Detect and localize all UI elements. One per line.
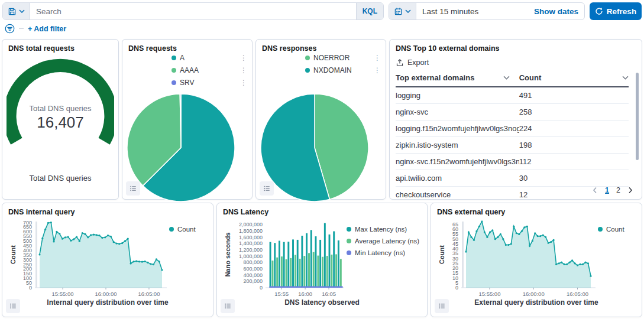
filter-icon[interactable] (5, 24, 15, 34)
svg-text:200,000: 200,000 (243, 278, 263, 284)
panel-dns-responses: DNS responses NOERROR⋮NXDOMAIN⋮ (255, 39, 386, 200)
legend-label: AAAA (180, 66, 237, 74)
previous-page-icon[interactable] (592, 187, 598, 194)
svg-text:Total DNS queries: Total DNS queries (30, 104, 92, 113)
legend-item-aaaa[interactable]: AAAA⋮ (171, 66, 247, 74)
responses-pie-chart[interactable] (260, 93, 370, 203)
svg-text:400,000: 400,000 (243, 272, 263, 278)
legend-toggle-button[interactable] (260, 181, 274, 196)
column-header-count[interactable]: Count (519, 73, 629, 82)
legend-item-srv[interactable]: SRV⋮ (171, 79, 247, 87)
panel-dns-top-external-domains: DNS Top 10 external domains Export Top e… (389, 39, 642, 200)
cell-count: 30 (519, 174, 629, 183)
legend-toggle-button[interactable] (6, 299, 20, 313)
legend-item-count[interactable]: Count (169, 226, 207, 233)
saved-query-menu-button[interactable] (3, 3, 30, 19)
time-range-value[interactable]: Last 15 minutes (416, 3, 528, 19)
panel-title: DNS internal query (8, 208, 207, 216)
svg-text:1,000,000: 1,000,000 (239, 253, 263, 259)
cell-domain: logging.f15n2womfujehfjlwv0lgs3nog.... (396, 124, 519, 133)
show-dates-button[interactable]: Show dates (528, 3, 584, 19)
cell-domain: checkoutservice (396, 190, 519, 199)
table-scrollbar[interactable] (636, 73, 639, 160)
legend-toggle-button[interactable] (221, 299, 235, 313)
legend-label: SRV (180, 79, 237, 87)
svg-text:15:55:00: 15:55:00 (52, 291, 74, 297)
filter-separator (19, 28, 24, 29)
table-header-row: Top external domains Count (396, 69, 629, 87)
legend-menu-icon[interactable]: ⋮ (240, 79, 247, 86)
svg-text:1,800,000: 1,800,000 (239, 228, 263, 234)
legend-menu-icon[interactable]: ⋮ (240, 67, 247, 74)
svg-text:1,200,000: 1,200,000 (239, 247, 263, 253)
legend-item-max-latency-ns-[interactable]: Max Latency (ns) (347, 226, 421, 233)
sort-chevron-icon (503, 76, 510, 80)
svg-text:16:00:00: 16:00:00 (95, 291, 117, 297)
latency-bar-chart[interactable]: 0200,000400,000600,000800,0001,000,0001,… (232, 217, 347, 298)
export-button[interactable]: Export (396, 58, 437, 67)
legend-item-noerror[interactable]: NOERROR⋮ (305, 54, 381, 62)
svg-text:16:05:00: 16:05:00 (138, 291, 160, 297)
requests-pie-chart[interactable] (126, 93, 236, 203)
y-axis-title: Count (437, 217, 446, 298)
list-icon (224, 302, 231, 310)
panel-dns-requests: DNS requests A⋮AAAA⋮SRV⋮ (122, 39, 253, 200)
cell-domain: nginx-svc (396, 108, 519, 116)
svg-text:15:55:00: 15:55:00 (478, 291, 500, 297)
svg-text:2,000,000: 2,000,000 (239, 222, 263, 227)
legend-dot (347, 250, 351, 255)
page-2-button[interactable]: 2 (616, 186, 620, 194)
column-header-domains[interactable]: Top external domains (396, 73, 519, 82)
list-icon (438, 302, 445, 310)
legend-toggle-button[interactable] (435, 299, 449, 313)
search-input[interactable] (30, 3, 356, 19)
external-query-area-chart[interactable]: 0510152025303540455055606515:55:0016:00:… (446, 217, 598, 298)
legend-dot (171, 80, 176, 85)
top-bar: KQL Last 15 minutes Show dates Re (2, 2, 642, 20)
legend-item-nxdomain[interactable]: NXDOMAIN⋮ (305, 66, 381, 74)
total-queries-gauge[interactable]: Total DNS queries16,407 (7, 55, 114, 166)
cell-domain: api.twilio.com (396, 174, 519, 183)
svg-text:16,407: 16,407 (37, 113, 84, 131)
list-icon (130, 184, 137, 193)
legend-item-min-latency-ns-[interactable]: Min Latency (ns) (347, 249, 421, 256)
refresh-icon (595, 7, 603, 15)
calendar-icon (394, 7, 403, 16)
legend-menu-icon[interactable]: ⋮ (374, 67, 381, 74)
legend-item-average-latency-ns-[interactable]: Average Latency (ns) (347, 237, 421, 245)
kql-syntax-button[interactable]: KQL (356, 3, 383, 19)
refresh-label: Refresh (607, 7, 636, 16)
legend-item-a[interactable]: A⋮ (171, 54, 247, 62)
search-bar: KQL (2, 2, 384, 20)
legend-dot (171, 56, 176, 60)
svg-text:1,400,000: 1,400,000 (239, 240, 263, 246)
y-axis-title: Nano seconds (223, 217, 232, 298)
panel-title: DNS external query (437, 208, 636, 216)
svg-text:700: 700 (23, 220, 32, 226)
refresh-button[interactable]: Refresh (590, 2, 642, 20)
export-icon (396, 58, 404, 67)
filter-bar: + Add filter (5, 24, 66, 34)
internal-query-area-chart[interactable]: 0501001502002503003504004505005506006507… (17, 217, 169, 298)
legend-label: Min Latency (ns) (355, 249, 421, 256)
svg-text:16:00:00: 16:00:00 (523, 291, 545, 297)
date-quick-menu-button[interactable] (389, 3, 416, 19)
cell-domain: zipkin.istio-system (396, 141, 519, 149)
next-page-icon[interactable] (627, 187, 633, 194)
legend-item-count[interactable]: Count (598, 226, 636, 233)
cell-count: 258 (519, 108, 629, 116)
svg-text:16:00: 16:00 (298, 291, 312, 297)
page-1-button[interactable]: 1 (605, 186, 609, 194)
legend: NOERROR⋮NXDOMAIN⋮ (305, 54, 381, 79)
legend: Max Latency (ns)Average Latency (ns)Min … (347, 217, 421, 298)
legend-menu-icon[interactable]: ⋮ (374, 54, 381, 61)
time-picker: Last 15 minutes Show dates (389, 2, 585, 20)
legend-label: NOERROR (313, 54, 370, 62)
legend: A⋮AAAA⋮SRV⋮ (171, 54, 247, 91)
cell-count: 112 (519, 157, 629, 166)
legend-menu-icon[interactable]: ⋮ (240, 54, 247, 61)
legend-toggle-button[interactable] (126, 181, 140, 196)
add-filter-button[interactable]: + Add filter (28, 25, 66, 33)
chevron-down-icon (19, 9, 25, 13)
legend-label: Average Latency (ns) (355, 237, 421, 245)
